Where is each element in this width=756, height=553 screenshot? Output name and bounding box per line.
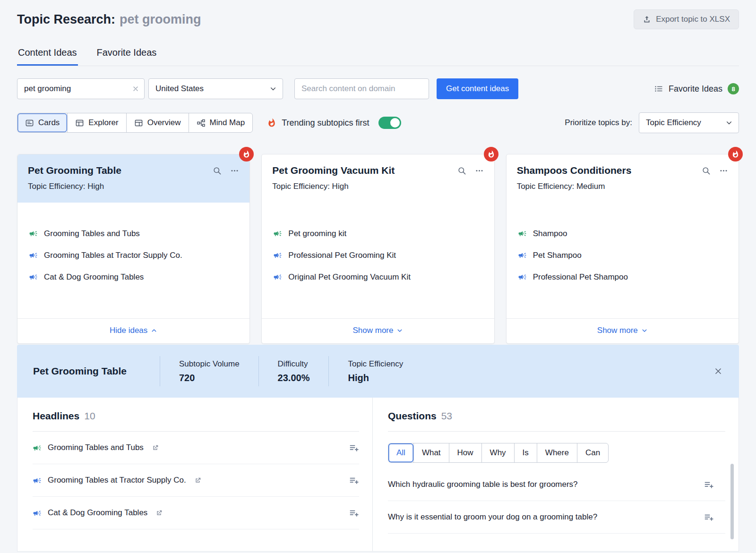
export-xlsx-button[interactable]: Export topic to XLSX: [634, 9, 739, 29]
questions-scrollbar[interactable]: [730, 464, 734, 539]
tab-favorite-ideas[interactable]: Favorite Ideas: [96, 44, 158, 66]
card-headline-text: Professional Pet Shampoo: [533, 272, 628, 282]
megaphone-icon: [518, 251, 527, 260]
more-options-icon[interactable]: [719, 166, 728, 175]
clear-topic-icon[interactable]: [132, 85, 139, 93]
more-options-icon[interactable]: [475, 166, 484, 175]
view-cards-button[interactable]: Cards: [17, 113, 67, 132]
search-icon[interactable]: [702, 166, 711, 175]
detail-header: Pet Grooming Table Subtopic Volume 720 D…: [17, 345, 739, 398]
prioritize-select[interactable]: Topic Efficiency: [639, 112, 739, 133]
trending-flame-badge: [728, 147, 743, 162]
explorer-view-icon: [75, 119, 84, 128]
card-headline-text: Professional Pet Grooming Kit: [288, 251, 396, 260]
chevron-up-icon: [151, 327, 157, 334]
megaphone-icon: [33, 509, 42, 518]
megaphone-icon: [29, 272, 38, 281]
favorite-ideas-shortcut[interactable]: Favorite Ideas 8: [654, 83, 739, 94]
topic-cards: Pet Grooming Table Topic Efficiency: Hig…: [17, 154, 739, 344]
view-overview-button[interactable]: Overview: [126, 113, 189, 132]
metric-difficulty: Difficulty 23.00%: [258, 356, 329, 386]
card-headline-item[interactable]: Pet grooming kit: [273, 229, 482, 238]
topic-input[interactable]: [17, 78, 145, 99]
headline-link[interactable]: Grooming Tables at Tractor Supply Co.: [48, 476, 186, 485]
topic-research-page: Topic Research:pet grooming Export topic…: [0, 0, 756, 552]
card-headline-item[interactable]: Shampoo: [518, 229, 727, 238]
card-headline-text: Cat & Dog Grooming Tables: [44, 272, 144, 282]
headline-row: Grooming Tables and Tubs: [33, 432, 359, 464]
domain-search-input[interactable]: [294, 78, 429, 99]
card-headline-item[interactable]: Pet Shampoo: [518, 251, 727, 260]
questions-list: Which hydraulic grooming table is best f…: [388, 468, 725, 534]
filter-is[interactable]: Is: [514, 443, 537, 462]
filter-why[interactable]: Why: [481, 443, 514, 462]
external-link-icon[interactable]: [194, 476, 202, 484]
topic-card-shampoos-conditioners: Shampoos Conditioners Topic Efficiency: …: [506, 154, 739, 344]
view-explorer-button[interactable]: Explorer: [67, 113, 126, 132]
card-header: Pet Grooming Vacuum Kit Topic Efficiency…: [262, 154, 494, 203]
export-icon: [643, 15, 651, 24]
card-headline-item[interactable]: Grooming Tables and Tubs: [29, 229, 238, 238]
add-to-favorites-icon[interactable]: [349, 442, 359, 453]
filter-how[interactable]: How: [449, 443, 481, 462]
page-title-prefix: Topic Research:: [17, 12, 115, 26]
overview-view-icon: [134, 119, 143, 128]
main-tabs: Content Ideas Favorite Ideas: [17, 44, 739, 66]
card-headline-text: Pet grooming kit: [288, 229, 346, 238]
headline-link[interactable]: Cat & Dog Grooming Tables: [48, 508, 147, 518]
favorite-ideas-label: Favorite Ideas: [669, 84, 722, 94]
card-headline-text: Shampoo: [533, 229, 567, 238]
card-efficiency: Topic Efficiency: High: [272, 182, 483, 191]
headlines-column: Headlines 10 Grooming Tables and Tubs Gr…: [17, 398, 373, 551]
megaphone-icon: [33, 443, 42, 452]
filter-can[interactable]: Can: [577, 443, 608, 462]
subtopic-detail-panel: Pet Grooming Table Subtopic Volume 720 D…: [17, 345, 739, 552]
card-body: Pet grooming kit Professional Pet Groomi…: [262, 203, 494, 318]
card-headline-item[interactable]: Professional Pet Grooming Kit: [273, 251, 482, 260]
topic-card-pet-grooming-vacuum-kit: Pet Grooming Vacuum Kit Topic Efficiency…: [261, 154, 494, 344]
external-link-icon[interactable]: [152, 444, 159, 451]
question-text[interactable]: Why is it essential to groom your dog on…: [388, 512, 597, 522]
metric-label: Difficulty: [278, 359, 310, 369]
hide-ideas-link[interactable]: Hide ideas: [110, 326, 157, 335]
card-headline-item[interactable]: Professional Pet Shampoo: [518, 272, 727, 282]
tab-content-ideas[interactable]: Content Ideas: [17, 44, 78, 66]
checklist-icon: [654, 84, 663, 94]
topic-card-pet-grooming-table: Pet Grooming Table Topic Efficiency: Hig…: [17, 154, 250, 344]
trending-toggle[interactable]: [378, 117, 401, 129]
card-headline-item[interactable]: Grooming Tables at Tractor Supply Co.: [29, 251, 238, 260]
headline-row: Grooming Tables at Tractor Supply Co.: [33, 464, 359, 497]
mindmap-view-icon: [197, 119, 206, 128]
card-efficiency: Topic Efficiency: High: [28, 182, 239, 191]
chevron-down-icon: [269, 85, 277, 93]
card-headline-item[interactable]: Original Pet Grooming Vacuum Kit: [273, 272, 482, 282]
filter-what[interactable]: What: [413, 443, 449, 462]
close-detail-icon[interactable]: [713, 366, 723, 376]
add-to-favorites-icon[interactable]: [704, 512, 714, 522]
external-link-icon[interactable]: [155, 509, 163, 517]
add-to-favorites-icon[interactable]: [349, 475, 359, 485]
question-filters: All What How Why Is Where Can: [388, 443, 609, 463]
headline-link[interactable]: Grooming Tables and Tubs: [48, 443, 144, 452]
card-headline-text: Grooming Tables at Tractor Supply Co.: [44, 251, 182, 260]
show-more-link[interactable]: Show more: [597, 326, 648, 335]
more-options-icon[interactable]: [230, 166, 239, 175]
show-more-link[interactable]: Show more: [353, 326, 404, 335]
search-icon[interactable]: [457, 166, 466, 175]
filter-where[interactable]: Where: [537, 443, 577, 462]
search-icon[interactable]: [213, 166, 222, 175]
card-header: Shampoos Conditioners Topic Efficiency: …: [507, 154, 739, 203]
country-select[interactable]: United States: [148, 78, 283, 99]
page-title: Topic Research:pet grooming: [17, 12, 201, 27]
cards-view-icon: [25, 119, 34, 128]
filter-all[interactable]: All: [388, 443, 413, 462]
question-text[interactable]: Which hydraulic grooming table is best f…: [388, 480, 578, 489]
add-to-favorites-icon[interactable]: [704, 479, 714, 490]
get-content-ideas-button[interactable]: Get content ideas: [437, 78, 518, 99]
metric-value: 720: [179, 373, 240, 383]
view-overview-label: Overview: [147, 118, 181, 128]
search-row: United States Get content ideas Favorite…: [17, 78, 739, 99]
card-headline-item[interactable]: Cat & Dog Grooming Tables: [29, 272, 238, 282]
add-to-favorites-icon[interactable]: [349, 508, 359, 518]
view-mindmap-button[interactable]: Mind Map: [189, 113, 253, 132]
